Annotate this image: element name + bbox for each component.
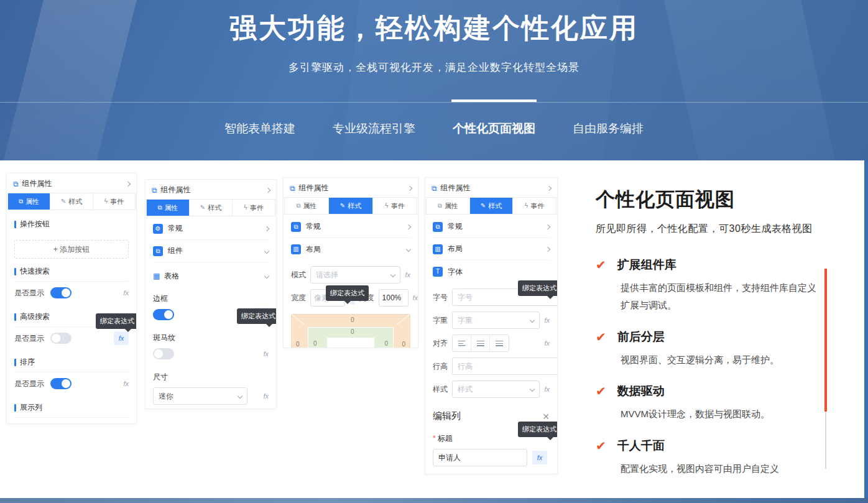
zebra-row: fx bbox=[153, 343, 269, 364]
panel-tabs: ⧉ 属性 ✎ 样式 ϟ 事件 bbox=[146, 199, 275, 216]
flash-icon: ϟ bbox=[525, 203, 528, 209]
fx-icon[interactable]: fx bbox=[123, 381, 129, 387]
component-cube-icon: ⧉ bbox=[432, 185, 437, 192]
font-weight-select[interactable]: 字重 bbox=[452, 311, 540, 329]
sort-toggle[interactable] bbox=[50, 378, 72, 389]
adv-search-show-row: 是否显示 fx bbox=[14, 327, 129, 349]
line-height-input[interactable] bbox=[452, 358, 558, 375]
content-region bbox=[327, 338, 374, 348]
columns-toggle[interactable] bbox=[50, 423, 72, 424]
fx-icon[interactable]: fx bbox=[544, 386, 550, 393]
add-button[interactable]: + 添加按钮 bbox=[14, 240, 129, 259]
style-select[interactable]: 样式 bbox=[452, 381, 540, 398]
fx-icon[interactable]: fx bbox=[263, 393, 269, 400]
tab-style[interactable]: ✎ 样式 bbox=[470, 198, 514, 214]
cube-icon: ⧉ bbox=[291, 222, 301, 232]
align-center-button[interactable] bbox=[471, 335, 490, 351]
align-right-button[interactable] bbox=[490, 335, 509, 351]
tab-page-view[interactable]: 个性化页面视图 bbox=[451, 116, 537, 142]
collapse-font[interactable]: T 字体 bbox=[433, 261, 550, 283]
pencil-icon: ✎ bbox=[200, 205, 205, 211]
title-row: fx bbox=[433, 449, 550, 466]
fx-icon[interactable]: fx bbox=[413, 295, 418, 302]
size-select[interactable]: 迷你 bbox=[153, 387, 247, 405]
font-icon: T bbox=[433, 267, 443, 277]
chevron-down-icon bbox=[264, 274, 269, 279]
chevron-down-icon bbox=[530, 318, 535, 323]
collapse-layout[interactable]: ▥ 布局 bbox=[433, 238, 550, 261]
tab-style[interactable]: ✎ 样式 bbox=[50, 193, 93, 210]
panel-component-props-3: ⧉ 组件属性 ⧉ 属性 ✎ 样式 ϟ 事件 bbox=[283, 177, 418, 348]
chevron-right-icon bbox=[545, 246, 550, 251]
subsection-table[interactable]: ▦ 表格 bbox=[153, 266, 269, 286]
align-left-button[interactable] bbox=[453, 335, 471, 351]
chevron-right-icon[interactable] bbox=[407, 185, 412, 190]
fx-icon[interactable]: fx bbox=[263, 351, 269, 358]
pencil-icon: ✎ bbox=[481, 203, 486, 209]
cube-icon: ⧉ bbox=[153, 246, 163, 256]
flash-icon: ϟ bbox=[104, 198, 108, 205]
mode-select[interactable]: 请选择 bbox=[310, 266, 400, 284]
bind-expression-tooltip: 绑定表达式 bbox=[518, 280, 558, 296]
page: 强大功能，轻松构建个性化应用 多引擎驱动，全栈可视化开发，满足企业数字化转型全场… bbox=[0, 0, 868, 503]
align-center-icon bbox=[477, 341, 484, 346]
tab-properties[interactable]: ⧉ 属性 bbox=[8, 193, 50, 210]
zebra-toggle[interactable] bbox=[153, 348, 174, 359]
tab-event[interactable]: ϟ 事件 bbox=[513, 198, 556, 214]
adv-search-toggle[interactable] bbox=[50, 333, 72, 344]
sort-show-row: 是否显示 fx bbox=[14, 372, 129, 395]
tab-smart-form[interactable]: 智能表单搭建 bbox=[223, 116, 297, 142]
chevron-right-icon[interactable] bbox=[126, 181, 131, 186]
tab-event[interactable]: ϟ 事件 bbox=[233, 200, 275, 216]
chevron-down-icon bbox=[406, 247, 411, 252]
chevron-right-icon bbox=[406, 224, 411, 229]
tab-service-orchestration[interactable]: 自由服务编排 bbox=[571, 116, 645, 142]
fx-button[interactable]: fx bbox=[532, 451, 547, 464]
feature-item-personalization: ✔ 千人千面 配置化实现，视图内容可由用户自定义 bbox=[596, 438, 831, 474]
collapse-general[interactable]: ⚙ 常规 bbox=[153, 218, 269, 240]
fx-icon[interactable]: fx bbox=[544, 317, 550, 324]
collapse-component[interactable]: ⧉ 组件 bbox=[153, 240, 269, 262]
quick-search-show-row: 是否显示 fx bbox=[14, 282, 129, 304]
collapse-general[interactable]: ⧉ 常规 bbox=[433, 216, 550, 238]
content-area: ⧉ 组件属性 ⧉ 属性 ✎ 样式 ϟ 事件 bbox=[0, 160, 868, 498]
close-icon[interactable]: ✕ bbox=[542, 412, 550, 421]
tab-style[interactable]: ✎ 样式 bbox=[190, 200, 233, 216]
tab-properties[interactable]: ⧉ 属性 bbox=[427, 198, 470, 214]
fx-icon[interactable]: fx bbox=[544, 340, 550, 347]
fx-icon[interactable]: fx bbox=[405, 272, 410, 279]
tab-style[interactable]: ✎ 样式 bbox=[329, 198, 373, 214]
scrollbar-thumb[interactable] bbox=[824, 269, 827, 412]
size-row: 迷你 fx bbox=[153, 387, 269, 405]
section-action-buttons: 操作按钮 bbox=[14, 219, 129, 234]
chevron-down-icon bbox=[264, 248, 269, 253]
collapse-layout[interactable]: ▥ 布局 bbox=[291, 238, 410, 261]
right-edge-accent bbox=[864, 160, 868, 498]
fx-icon[interactable]: fx bbox=[123, 290, 129, 297]
tab-properties[interactable]: ⧉ 属性 bbox=[285, 198, 329, 214]
chevron-down-icon bbox=[238, 394, 242, 399]
tab-properties[interactable]: ⧉ 属性 bbox=[147, 200, 190, 216]
quick-search-toggle[interactable] bbox=[50, 287, 72, 298]
fx-button[interactable]: fx bbox=[114, 331, 129, 345]
panel-title: 组件属性 bbox=[22, 178, 126, 189]
title-input[interactable] bbox=[433, 449, 527, 466]
collapse-general[interactable]: ⧉ 常规 bbox=[291, 216, 410, 238]
section-title: 个性化页面视图 bbox=[596, 187, 831, 213]
check-icon: ✔ bbox=[596, 259, 606, 271]
chevron-down-icon bbox=[390, 272, 395, 277]
tab-event[interactable]: ϟ 事件 bbox=[373, 198, 417, 214]
columns-show-row: 是否显示 fx bbox=[14, 418, 129, 424]
height-input[interactable] bbox=[379, 289, 409, 307]
chevron-right-icon bbox=[545, 224, 550, 229]
check-icon: ✔ bbox=[596, 331, 606, 343]
chevron-right-icon[interactable] bbox=[547, 185, 552, 190]
pencil-icon: ✎ bbox=[61, 198, 66, 205]
panel-tabs: ⧉ 属性 ✎ 样式 ϟ 事件 bbox=[7, 193, 136, 210]
border-toggle[interactable] bbox=[153, 309, 174, 320]
tab-event[interactable]: ϟ 事件 bbox=[93, 193, 135, 210]
active-tab-indicator bbox=[451, 99, 537, 102]
flash-icon: ϟ bbox=[385, 203, 388, 209]
chevron-right-icon[interactable] bbox=[265, 187, 270, 192]
tab-flow-engine[interactable]: 专业级流程引擎 bbox=[331, 116, 417, 142]
